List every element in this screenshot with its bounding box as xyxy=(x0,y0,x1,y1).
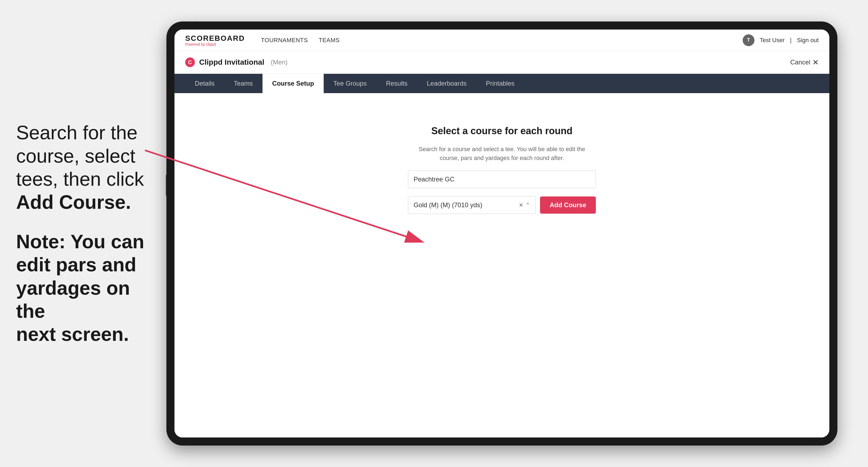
nav-tournaments[interactable]: TOURNAMENTS xyxy=(261,37,308,44)
annotation-panel: Search for the course, select tees, then… xyxy=(0,0,166,467)
clear-icon[interactable]: ✕ xyxy=(519,202,523,208)
tablet-device: SCOREBOARD Powered by clippd TOURNAMENTS… xyxy=(166,22,837,445)
add-course-button[interactable]: Add Course xyxy=(540,196,596,214)
tab-bar: Details Teams Course Setup Tee Groups Re… xyxy=(175,74,829,93)
logo-title: SCOREBOARD xyxy=(185,34,245,43)
tab-tee-groups[interactable]: Tee Groups xyxy=(324,74,376,93)
section-title: Select a course for each round xyxy=(431,125,572,136)
tournament-meta: (Men) xyxy=(271,59,288,66)
course-setup-section: Select a course for each round Search fo… xyxy=(408,125,596,214)
tournament-name: Clippd Invitational xyxy=(199,58,265,67)
user-name: Test User xyxy=(760,37,785,44)
tournament-title-area: C Clippd Invitational (Men) xyxy=(185,57,287,67)
tab-teams[interactable]: Teams xyxy=(224,74,262,93)
tab-results[interactable]: Results xyxy=(376,74,417,93)
tab-leaderboards[interactable]: Leaderboards xyxy=(417,74,476,93)
logo-area: SCOREBOARD Powered by clippd xyxy=(185,34,245,46)
annotation-note-text: Note: You can edit pars and yardages on … xyxy=(16,230,150,346)
tablet-screen: SCOREBOARD Powered by clippd TOURNAMENTS… xyxy=(175,30,829,437)
user-avatar: T xyxy=(743,34,754,46)
nav-separator: | xyxy=(790,37,792,44)
course-search-input[interactable] xyxy=(408,170,596,188)
tee-select-row: Gold (M) (M) (7010 yds) ✕ ⌃ Add Course xyxy=(408,196,596,214)
nav-links: TOURNAMENTS TEAMS xyxy=(261,37,340,44)
nav-teams[interactable]: TEAMS xyxy=(318,37,340,44)
logo-subtitle: Powered by clippd xyxy=(185,42,245,46)
tee-select-controls: ✕ ⌃ xyxy=(519,202,530,208)
main-content: Select a course for each round Search fo… xyxy=(175,93,829,437)
navbar-left: SCOREBOARD Powered by clippd TOURNAMENTS… xyxy=(185,34,340,46)
chevron-icon[interactable]: ⌃ xyxy=(526,202,530,208)
cancel-button[interactable]: Cancel ✕ xyxy=(790,58,818,67)
sign-out-link[interactable]: Sign out xyxy=(797,37,818,44)
annotation-search-text: Search for the course, select tees, then… xyxy=(16,121,150,214)
top-navbar: SCOREBOARD Powered by clippd TOURNAMENTS… xyxy=(175,30,829,51)
tab-printables[interactable]: Printables xyxy=(476,74,524,93)
tab-course-setup[interactable]: Course Setup xyxy=(262,74,324,93)
navbar-right: T Test User | Sign out xyxy=(743,34,818,46)
tee-select[interactable]: Gold (M) (M) (7010 yds) ✕ ⌃ xyxy=(408,196,536,214)
section-subtitle: Search for a course and select a tee. Yo… xyxy=(419,145,585,162)
tab-details[interactable]: Details xyxy=(185,74,224,93)
tee-value: Gold (M) (M) (7010 yds) xyxy=(413,201,482,209)
tournament-header: C Clippd Invitational (Men) Cancel ✕ xyxy=(175,51,829,74)
tournament-icon: C xyxy=(185,57,195,67)
